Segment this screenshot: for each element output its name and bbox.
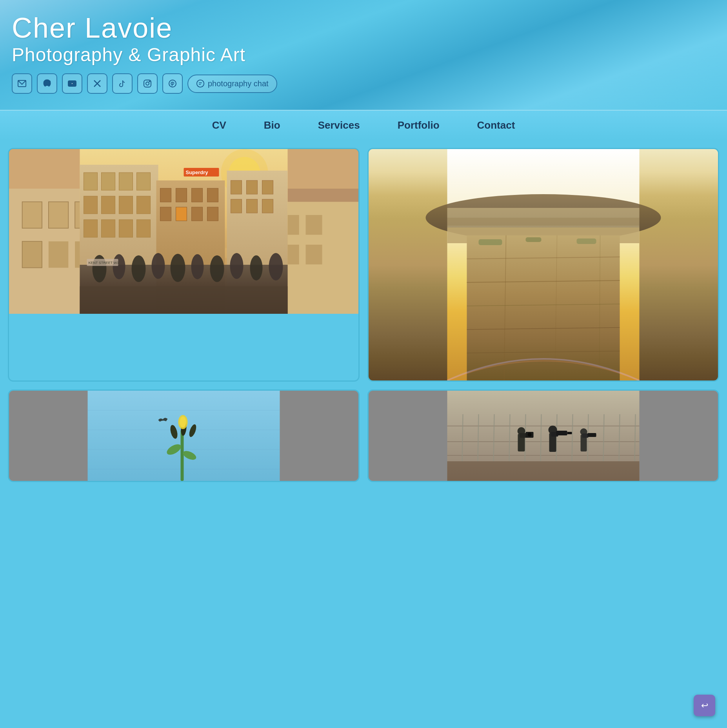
svg-point-2 <box>48 84 49 85</box>
svg-rect-19 <box>102 196 115 214</box>
email-icon[interactable] <box>12 73 32 94</box>
svg-rect-17 <box>137 173 151 190</box>
nav-cv[interactable]: CV <box>209 118 229 133</box>
svg-point-1 <box>45 84 47 85</box>
svg-rect-24 <box>119 220 133 237</box>
svg-rect-72 <box>479 239 502 245</box>
svg-rect-61 <box>447 208 640 228</box>
svg-point-52 <box>230 253 244 279</box>
svg-text:KENT STREET W1: KENT STREET W1 <box>89 261 119 265</box>
svg-point-108 <box>528 433 532 437</box>
svg-rect-42 <box>247 199 258 213</box>
svg-rect-18 <box>84 196 98 214</box>
svg-rect-118 <box>447 461 640 481</box>
svg-rect-41 <box>231 199 242 213</box>
svg-point-49 <box>171 254 185 282</box>
svg-rect-29 <box>192 188 203 202</box>
svg-rect-112 <box>556 431 567 435</box>
svg-point-48 <box>152 253 165 279</box>
svg-point-9 <box>197 80 204 87</box>
svg-point-7 <box>149 81 150 82</box>
svg-rect-73 <box>526 237 542 242</box>
nav-portfolio[interactable]: Portfolio <box>394 118 443 133</box>
svg-rect-21 <box>137 196 151 214</box>
svg-point-53 <box>250 255 263 280</box>
nav-bio[interactable]: Bio <box>261 118 284 133</box>
svg-point-87 <box>180 417 186 428</box>
tiktok-icon[interactable] <box>112 73 133 94</box>
svg-rect-23 <box>102 220 115 237</box>
svg-point-47 <box>132 255 146 282</box>
svg-rect-28 <box>176 188 187 202</box>
site-header: Cher Lavoie Photography & Graphic Art <box>0 0 727 110</box>
svg-rect-33 <box>192 207 203 221</box>
svg-point-6 <box>146 82 149 85</box>
svg-rect-25 <box>137 220 151 237</box>
main-navigation: CV Bio Services Portfolio Contact <box>0 110 727 140</box>
svg-point-50 <box>191 254 204 279</box>
svg-rect-30 <box>207 188 218 202</box>
svg-point-54 <box>269 253 283 280</box>
youtube-icon[interactable] <box>62 73 82 94</box>
photo-grid: Superdry <box>0 140 727 490</box>
site-title: Cher Lavoie <box>12 12 715 44</box>
pinterest-icon[interactable] <box>162 73 183 94</box>
svg-rect-34 <box>207 207 218 221</box>
svg-rect-117 <box>588 433 596 437</box>
svg-point-46 <box>113 254 125 279</box>
svg-rect-22 <box>84 220 98 237</box>
photography-chat-button[interactable]: photography chat <box>187 75 277 93</box>
svg-rect-40 <box>262 180 273 194</box>
svg-rect-116 <box>582 433 589 438</box>
site-subtitle: Photography & Graphic Art <box>12 44 715 66</box>
discord-icon[interactable] <box>37 73 57 94</box>
svg-rect-16 <box>119 173 133 190</box>
svg-rect-74 <box>577 238 596 244</box>
svg-rect-15 <box>102 173 115 190</box>
instagram-icon[interactable] <box>137 73 158 94</box>
svg-text:Superdry: Superdry <box>186 169 209 175</box>
cliff-sunset-photo[interactable] <box>367 148 719 382</box>
nav-services[interactable]: Services <box>315 118 363 133</box>
svg-rect-43 <box>262 199 273 213</box>
svg-point-51 <box>210 255 224 282</box>
nav-contact[interactable]: Contact <box>474 118 518 133</box>
city-street-photo[interactable]: Superdry <box>8 148 360 382</box>
photographers-photo[interactable] <box>367 389 719 482</box>
flower-blue-photo[interactable] <box>8 389 360 482</box>
svg-rect-55 <box>80 286 288 314</box>
social-bar: photography chat <box>12 73 715 94</box>
svg-rect-14 <box>84 173 98 190</box>
twitter-icon[interactable] <box>87 73 107 94</box>
svg-rect-27 <box>160 188 171 202</box>
svg-rect-80 <box>181 430 184 481</box>
svg-rect-38 <box>231 180 242 194</box>
chat-button-label: photography chat <box>208 79 269 88</box>
svg-rect-20 <box>119 196 133 214</box>
svg-rect-113 <box>567 432 572 434</box>
svg-rect-39 <box>247 180 258 194</box>
svg-rect-31 <box>160 207 171 221</box>
svg-rect-32 <box>176 207 187 221</box>
